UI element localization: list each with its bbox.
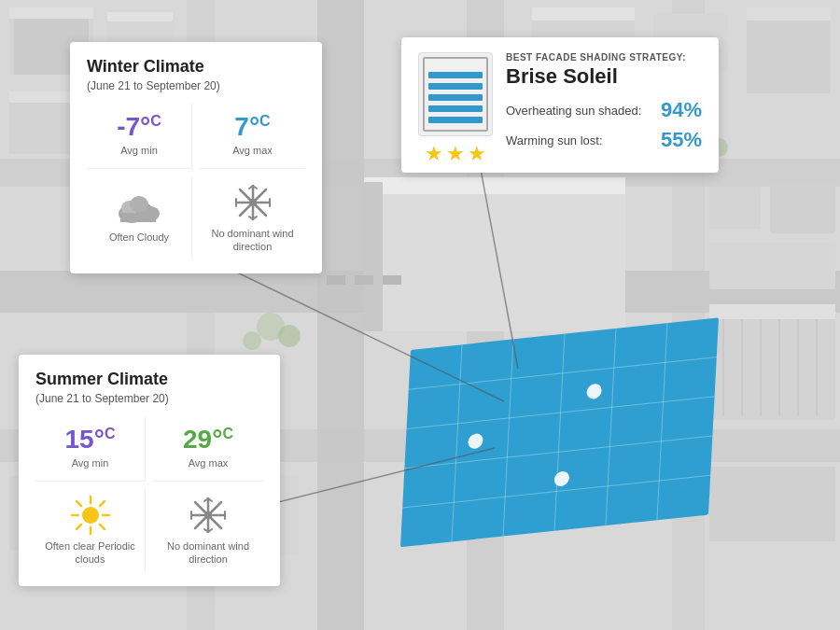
winter-avg-max-label: Avg max — [232, 144, 273, 157]
winter-avg-min-label: Avg min — [120, 144, 158, 157]
svg-point-80 — [249, 199, 257, 206]
overheating-row: Overheating sun shaded: 94% — [506, 98, 702, 122]
winter-avg-max-cell: 7°C Avg max — [200, 104, 305, 169]
summer-avg-max-value: 29°C — [183, 427, 233, 453]
winter-stats-grid: -7°C Avg min 7°C Avg max Often Cloudy — [87, 104, 305, 259]
svg-point-81 — [82, 507, 99, 524]
stars-container: ★ ★ ★ — [418, 142, 493, 166]
svg-rect-24 — [770, 182, 835, 233]
summer-sky-label: Often clear Periodic clouds — [39, 539, 141, 567]
svg-rect-16 — [532, 7, 635, 21]
svg-rect-21 — [364, 177, 625, 194]
summer-title: Summer Climate — [35, 370, 263, 390]
shading-strategy-card: ★ ★ ★ BEST FACADE SHADING STRATEGY: Bris… — [401, 37, 719, 173]
svg-rect-9 — [9, 7, 93, 19]
svg-rect-27 — [355, 275, 373, 285]
winter-avg-min-cell: -7°C Avg min — [87, 104, 192, 169]
summer-avg-min-value: 15°C — [65, 427, 116, 453]
star-2: ★ — [446, 142, 465, 166]
svg-point-66 — [130, 196, 148, 213]
warming-row: Warming sun lost: 55% — [506, 128, 702, 152]
shading-strategy-label: BEST FACADE SHADING STRATEGY: — [506, 52, 702, 63]
winter-avg-max-value: 7°C — [234, 114, 270, 140]
shading-info: BEST FACADE SHADING STRATEGY: Brise Sole… — [506, 52, 702, 158]
svg-line-86 — [77, 501, 81, 506]
svg-rect-12 — [107, 12, 173, 21]
winter-climate-card: Winter Climate (June 21 to September 20)… — [70, 42, 322, 273]
shading-inner: ★ ★ ★ BEST FACADE SHADING STRATEGY: Bris… — [418, 52, 702, 158]
wind-icon — [232, 182, 273, 223]
overheating-value: 94% — [661, 98, 702, 122]
svg-line-89 — [77, 525, 81, 529]
svg-rect-25 — [709, 243, 835, 289]
svg-rect-28 — [383, 275, 401, 285]
summer-avg-min-label: Avg min — [72, 456, 109, 469]
svg-rect-20 — [364, 182, 625, 331]
svg-rect-22 — [364, 182, 383, 331]
winter-subtitle: (June 21 to September 20) — [87, 79, 305, 92]
shading-strategy-name: Brise Soleil — [506, 64, 702, 89]
winter-title: Winter Climate — [87, 57, 305, 77]
svg-rect-23 — [709, 187, 761, 229]
wind-icon-summer — [188, 495, 229, 536]
svg-rect-67 — [120, 213, 156, 222]
warming-value: 55% — [661, 128, 702, 152]
summer-avg-min-cell: 15°C Avg min — [35, 416, 146, 482]
summer-sky-cell: Often clear Periodic clouds — [35, 489, 146, 572]
summer-subtitle: (June 21 to September 20) — [35, 392, 263, 405]
winter-avg-min-value: -7°C — [117, 114, 161, 140]
summer-wind-cell: No dominant wind direction — [153, 489, 263, 572]
svg-point-42 — [278, 325, 301, 347]
svg-rect-18 — [747, 9, 831, 93]
cloud-icon — [115, 191, 163, 227]
summer-avg-max-label: Avg max — [189, 456, 229, 469]
warming-label: Warming sun lost: — [506, 133, 603, 147]
svg-point-43 — [243, 331, 261, 350]
svg-rect-40 — [709, 467, 835, 541]
svg-point-102 — [204, 511, 212, 519]
winter-wind-label: No dominant wind direction — [203, 227, 301, 254]
svg-rect-26 — [327, 275, 345, 285]
svg-rect-30 — [709, 304, 835, 319]
sun-icon — [70, 495, 111, 536]
summer-climate-card: Summer Climate (June 21 to September 20)… — [19, 355, 280, 586]
svg-rect-19 — [747, 7, 831, 21]
brise-soleil-image: ★ ★ ★ — [418, 52, 493, 136]
winter-sky-cell: Often Cloudy — [87, 176, 192, 259]
star-1: ★ — [425, 142, 443, 166]
summer-wind-label: No dominant wind direction — [157, 539, 259, 567]
overheating-label: Overheating sun shaded: — [506, 104, 641, 118]
brise-illustration — [418, 52, 493, 136]
winter-wind-cell: No dominant wind direction — [200, 176, 305, 259]
summer-avg-max-cell: 29°C Avg max — [153, 416, 263, 482]
star-3: ★ — [468, 142, 486, 166]
winter-sky-label: Often Cloudy — [109, 231, 169, 244]
svg-line-87 — [100, 525, 105, 529]
summer-stats-grid: 15°C Avg min 29°C Avg max — [35, 416, 263, 572]
svg-line-88 — [100, 501, 105, 506]
